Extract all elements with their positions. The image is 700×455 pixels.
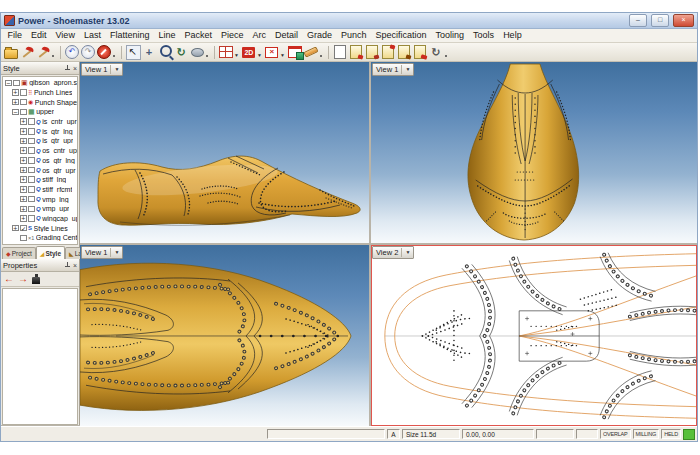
menu-item[interactable]: Specification: [371, 29, 431, 42]
tree-item-upper[interactable]: −▦upper: [3, 107, 77, 117]
maximize-button[interactable]: □: [651, 14, 669, 27]
tree-checkbox[interactable]: [20, 89, 27, 96]
expand-toggle[interactable]: +: [20, 138, 27, 145]
tree-checkbox[interactable]: [13, 80, 20, 87]
rotate-view-button[interactable]: ↻: [173, 44, 189, 60]
tree-checkbox[interactable]: [28, 186, 35, 193]
tree-item-piece[interactable]: +Qos_cntr_upr: [3, 146, 77, 156]
tree-item-piece[interactable]: +Qvmp_upr: [3, 204, 77, 214]
next-arrow-button[interactable]: →: [18, 274, 28, 284]
tree-item-piece[interactable]: +Qis_qtr_lng: [3, 126, 77, 136]
menu-item[interactable]: Line: [154, 29, 180, 42]
expand-toggle[interactable]: −: [12, 109, 19, 116]
tree-item-style-lines[interactable]: +✓SStyle Lines: [3, 223, 77, 233]
tree-checkbox[interactable]: ✓: [20, 225, 27, 232]
expand-toggle[interactable]: +: [20, 215, 27, 222]
cancel-button[interactable]: [96, 44, 112, 60]
tab-style[interactable]: ◢Style: [36, 246, 65, 259]
expand-toggle[interactable]: +: [20, 186, 27, 193]
tree-item-piece[interactable]: +Qwingcap_upr: [3, 214, 77, 224]
tree-item-piece[interactable]: +Qvmp_lng: [3, 194, 77, 204]
viewport-layout-dropdown[interactable]: ▼: [234, 52, 239, 58]
pattern-tool-5-button[interactable]: [412, 44, 428, 60]
expand-toggle[interactable]: +: [20, 128, 27, 135]
view-selector[interactable]: View 2▼: [372, 246, 414, 259]
menu-item[interactable]: File: [3, 29, 27, 42]
tree-checkbox[interactable]: [28, 118, 35, 125]
tree-item-punch-shapes[interactable]: +◉Punch Shapes: [3, 97, 77, 107]
menu-item[interactable]: Grade: [303, 29, 337, 42]
tree-checkbox[interactable]: [28, 215, 35, 222]
tree-checkbox[interactable]: [28, 167, 35, 174]
view-2d-dropdown[interactable]: ▼: [257, 52, 262, 58]
viewport-bottom-right[interactable]: View 2▼: [371, 245, 697, 426]
undo-button[interactable]: ↶: [64, 44, 80, 60]
view-expand-button[interactable]: ×: [264, 44, 280, 60]
tree-checkbox[interactable]: [28, 196, 35, 203]
tree-item-piece[interactable]: +Qstiff_lng: [3, 175, 77, 185]
tree-item-gibson-apron[interactable]: −▣gibson_apron.sty: [3, 78, 77, 88]
tree-checkbox[interactable]: [28, 157, 35, 164]
stamp-icon[interactable]: [32, 277, 40, 284]
tree-checkbox[interactable]: [28, 138, 35, 145]
menu-item[interactable]: Last: [79, 29, 105, 42]
tree-checkbox[interactable]: [20, 99, 27, 106]
tree-item-punch-lines[interactable]: +⠿Punch Lines: [3, 88, 77, 98]
menu-item[interactable]: Edit: [27, 29, 52, 42]
pan-view-button[interactable]: +: [141, 44, 157, 60]
view-expand-dropdown[interactable]: ▼: [280, 52, 285, 58]
punch-knife-button[interactable]: [19, 44, 35, 60]
new-pattern-button[interactable]: [332, 44, 348, 60]
view-window-button[interactable]: [287, 44, 303, 60]
expand-toggle[interactable]: +: [20, 206, 27, 213]
expand-toggle[interactable]: +: [12, 89, 19, 96]
expand-toggle[interactable]: +: [20, 176, 27, 183]
viewport-top-left[interactable]: View 1▼: [80, 62, 369, 243]
viewport-layout-button[interactable]: [218, 44, 234, 60]
tree-item-grading-centres[interactable]: +×1Grading Centres: [3, 233, 77, 243]
open-style-button[interactable]: [3, 44, 19, 60]
toolbar-overflow-dot[interactable]: [206, 55, 208, 57]
expand-toggle[interactable]: +: [12, 99, 19, 106]
menu-item[interactable]: Tools: [469, 29, 499, 42]
chalk-mark-button[interactable]: [303, 44, 319, 60]
view-selector[interactable]: View 1▼: [81, 246, 123, 259]
menu-item[interactable]: Tooling: [431, 29, 469, 42]
pin-icon[interactable]: [64, 65, 71, 72]
tree-checkbox[interactable]: [28, 206, 35, 213]
view-selector[interactable]: View 1▼: [81, 63, 123, 76]
punch-knife-alt-button[interactable]: [35, 44, 51, 60]
menu-item[interactable]: Arc: [248, 29, 271, 42]
tree-item-piece[interactable]: +Qis_cntr_upr: [3, 117, 77, 127]
prev-arrow-button[interactable]: ←: [4, 274, 14, 284]
toolbar-overflow-dot[interactable]: [320, 55, 322, 57]
tree-item-piece[interactable]: +Qis_qtr_upr: [3, 136, 77, 146]
expand-toggle[interactable]: −: [5, 80, 12, 87]
menu-item[interactable]: Packet: [180, 29, 217, 42]
zoom-view-button[interactable]: [157, 44, 173, 60]
tree-checkbox[interactable]: [28, 176, 35, 183]
expand-toggle[interactable]: +: [20, 167, 27, 174]
expand-toggle[interactable]: +: [20, 157, 27, 164]
select-cursor-button[interactable]: ↖: [125, 44, 141, 60]
tree-checkbox[interactable]: [28, 128, 35, 135]
tab-project[interactable]: ◆Project: [2, 247, 36, 259]
toolbar-overflow-dot[interactable]: [52, 55, 54, 57]
tree-checkbox[interactable]: [28, 147, 35, 154]
shade-view-button[interactable]: [189, 44, 205, 60]
panel-close-icon[interactable]: ×: [73, 262, 77, 269]
menu-item[interactable]: Flattening: [105, 29, 154, 42]
regrade-button[interactable]: ↻: [428, 44, 444, 60]
menu-item[interactable]: Piece: [216, 29, 248, 42]
menu-item[interactable]: Punch: [337, 29, 372, 42]
close-button[interactable]: ×: [673, 14, 694, 27]
pattern-tool-3-button[interactable]: [380, 44, 396, 60]
minimize-button[interactable]: –: [629, 14, 647, 27]
expand-toggle[interactable]: +: [20, 147, 27, 154]
tree-item-piece[interactable]: +Qstiff_rfcmt: [3, 185, 77, 195]
tree-item-piece[interactable]: +Qos_qtr_upr: [3, 165, 77, 175]
toolbar-overflow-dot[interactable]: [445, 55, 447, 57]
menu-item[interactable]: Help: [499, 29, 527, 42]
viewport-top-right[interactable]: View 1▼: [371, 62, 697, 243]
pin-icon[interactable]: [64, 262, 71, 269]
